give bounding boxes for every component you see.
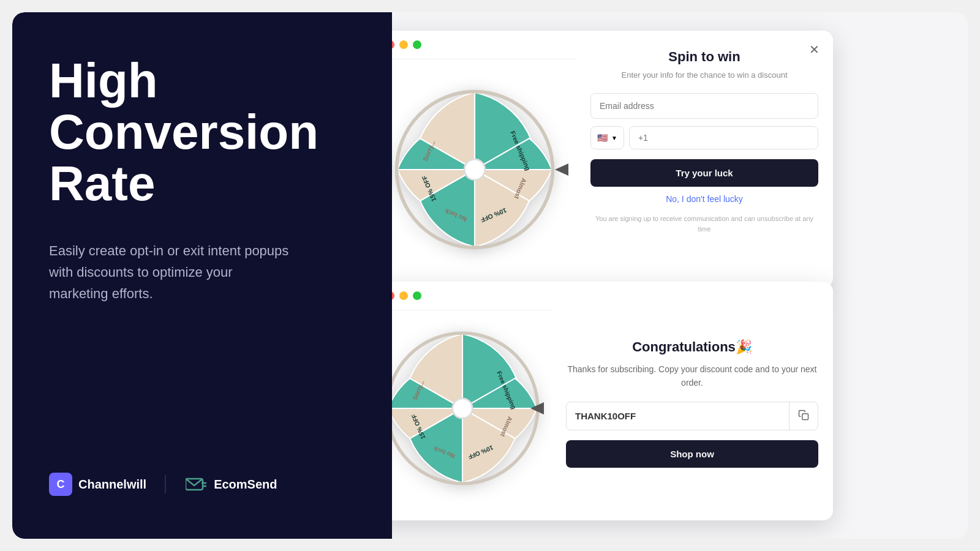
try-luck-button[interactable]: Try your luck — [590, 159, 818, 187]
left-content: High Conversion Rate Easily create opt-i… — [49, 55, 355, 305]
channelwill-brand: C Channelwill — [49, 473, 146, 496]
window-controls-bottom — [392, 282, 551, 310]
wheel-svg-top: Free shipping Almost 10% OFF No luck 15%… — [392, 84, 560, 255]
wheel-pointer-bottom — [530, 402, 544, 414]
svg-point-4 — [464, 159, 485, 180]
flag-select[interactable]: 🇺🇸 ▼ — [590, 126, 624, 149]
left-panel: High Conversion Rate Easily create opt-i… — [12, 12, 392, 539]
congrats-text: Thanks for subscribing. Copy your discou… — [566, 362, 818, 390]
flag-emoji: 🇺🇸 — [597, 133, 608, 143]
discount-code: THANK10OFF — [567, 403, 789, 429]
dot-yellow-2 — [399, 291, 408, 300]
congrats-title: Congratulations🎉 — [632, 339, 752, 355]
brand-logos: C Channelwill EcomSend — [49, 473, 355, 496]
shop-now-button[interactable]: Shop now — [566, 440, 818, 468]
popup-bottom: Free shipping Almost 10% OFF No luck 15%… — [392, 282, 833, 520]
email-input[interactable] — [590, 93, 818, 119]
wheel-container-bottom: Free shipping Almost 10% OFF No luck 15%… — [392, 310, 551, 506]
copy-button[interactable] — [789, 402, 818, 430]
wheel-container-top: Free shipping Almost 10% OFF No luck 15%… — [392, 59, 576, 280]
chevron-down-icon: ▼ — [611, 135, 617, 141]
no-luck-link[interactable]: No, I don't feel lucky — [590, 194, 818, 204]
form-section-top: ✕ Spin to win Enter your info for the ch… — [576, 31, 833, 288]
close-button-top[interactable]: ✕ — [805, 40, 823, 59]
channelwill-icon: C — [49, 473, 72, 496]
wheel-svg-bottom: Free shipping Almost 10% OFF No luck 15%… — [392, 323, 545, 494]
dot-red-2 — [392, 291, 394, 300]
main-container: High Conversion Rate Easily create opt-i… — [12, 12, 968, 539]
hero-title: High Conversion Rate — [49, 55, 355, 209]
channelwill-label: Channelwill — [78, 478, 146, 492]
dot-green-2 — [413, 291, 421, 300]
phone-input[interactable] — [629, 126, 818, 149]
wheel-section-bottom: Free shipping Almost 10% OFF No luck 15%… — [392, 282, 551, 520]
svg-point-12 — [453, 399, 472, 418]
congrats-section: Congratulations🎉 Thanks for subscribing.… — [551, 282, 833, 520]
popup-top: Free shipping Almost 10% OFF No luck 15%… — [392, 31, 833, 288]
ecomsend-label: EcomSend — [214, 478, 277, 492]
copy-icon — [798, 410, 809, 421]
wheel-section-top: Free shipping Almost 10% OFF No luck 15%… — [392, 31, 576, 288]
dot-red — [392, 40, 394, 49]
right-panel: Free shipping Almost 10% OFF No luck 15%… — [392, 12, 968, 539]
ecomsend-icon — [184, 473, 208, 496]
disclaimer-text: You are signing up to receive communicat… — [590, 214, 818, 234]
svg-rect-19 — [802, 414, 809, 420]
discount-row: THANK10OFF — [566, 402, 818, 430]
ecomsend-brand: EcomSend — [184, 473, 277, 496]
dot-yellow — [399, 40, 408, 49]
popup-subtitle: Enter your info for the chance to win a … — [590, 70, 818, 81]
brand-divider — [165, 475, 166, 493]
hero-subtitle: Easily create opt-in or exit intent popu… — [49, 240, 294, 305]
dot-green — [413, 40, 421, 49]
phone-row: 🇺🇸 ▼ — [590, 126, 818, 149]
window-controls-top — [392, 31, 576, 59]
wheel-pointer-top — [555, 163, 568, 176]
popup-title: Spin to win — [590, 49, 818, 65]
